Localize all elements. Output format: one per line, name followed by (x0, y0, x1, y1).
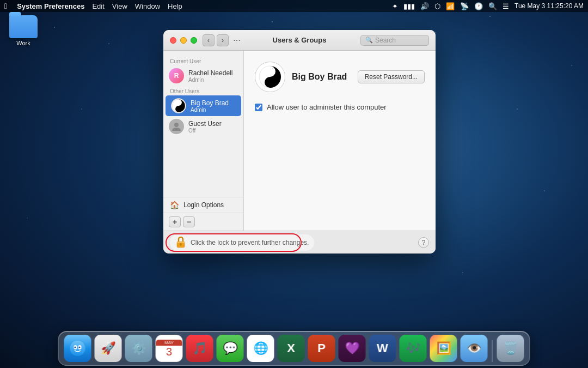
desktop-folder-work[interactable]: Work (4, 15, 42, 46)
other-users-label: Other Users (163, 86, 243, 95)
brad-role: Admin (191, 107, 236, 113)
window-body: Current User R Rachel Needell Admin Othe… (163, 51, 436, 231)
guest-name: Guest User (188, 120, 238, 128)
brad-info: Big Boy Brad Admin (191, 99, 236, 113)
rachel-info: Rachel Needell Admin (188, 69, 238, 83)
wifi-icon: 📶 (446, 2, 455, 10)
login-options-item[interactable]: 🏠 Login Options (163, 197, 243, 213)
folder-icon (9, 15, 38, 38)
dock-item-word[interactable]: W (369, 335, 396, 362)
volume-icon: 🔊 (420, 2, 429, 10)
dock-item-trash[interactable]: 🗑️ (497, 335, 524, 362)
rachel-role: Admin (188, 77, 238, 83)
desktop:  System Preferences Edit View Window He… (0, 0, 588, 368)
svg-point-14 (75, 347, 76, 348)
dock: 🚀 ⚙️ MAY 3 🎵 💬 🌐 X P 💜 W 🎶 🖼️ 👁️ 🗑️ (58, 331, 530, 366)
menubar-window[interactable]: Window (135, 2, 160, 10)
help-button[interactable]: ? (418, 237, 429, 248)
login-options-label: Login Options (183, 201, 224, 209)
dock-item-music[interactable]: 🎵 (186, 335, 213, 362)
dock-item-slack[interactable]: 💜 (339, 335, 366, 362)
dock-item-chrome[interactable]: 🌐 (247, 335, 274, 362)
search-input[interactable] (375, 37, 424, 44)
sidebar-user-brad[interactable]: Big Boy Brad Admin (166, 95, 241, 116)
dock-separator (492, 340, 493, 362)
administer-checkbox-label: Allow user to administer this computer (267, 103, 387, 111)
menubar-view[interactable]: View (112, 2, 127, 10)
dock-item-spotify[interactable]: 🎶 (400, 335, 427, 362)
maximize-button[interactable] (191, 37, 197, 44)
sidebar-user-guest[interactable]: Guest User Off (163, 116, 243, 137)
search-bar[interactable]: 🔍 (360, 35, 429, 46)
window-bottom: Click the lock to prevent further change… (163, 231, 436, 254)
svg-point-6 (268, 80, 272, 85)
back-button[interactable]: ‹ (203, 34, 215, 46)
lock-text: Click the lock to prevent further change… (191, 239, 309, 246)
dock-item-launchpad[interactable]: 🚀 (95, 335, 122, 362)
dock-item-preview[interactable]: 👁️ (461, 335, 488, 362)
titlebar-nav: ‹ › (203, 34, 229, 46)
menubar-help[interactable]: Help (168, 2, 182, 10)
dock-item-photos[interactable]: 🖼️ (430, 335, 457, 362)
traffic-lights (170, 37, 197, 44)
administer-checkbox[interactable] (255, 104, 262, 111)
lock-icon (175, 236, 186, 249)
remove-user-button[interactable]: − (183, 216, 195, 227)
lock-section[interactable]: Click the lock to prevent further change… (170, 234, 314, 251)
user-header: Big Boy Brad Reset Password... (255, 62, 425, 92)
notification-icon[interactable]: ☰ (503, 2, 509, 10)
dock-item-messages[interactable]: 💬 (217, 335, 244, 362)
rachel-name: Rachel Needell (188, 69, 238, 77)
menubar-right: ✦ ▮▮▮ 🔊 ⬡ 📶 📡 🕐 🔍 ☰ Tue May 3 11:25:20 A… (392, 2, 584, 10)
svg-point-2 (177, 108, 180, 111)
dock-item-finder[interactable] (64, 335, 91, 362)
apple-menu-icon[interactable]:  (4, 2, 7, 10)
guest-role: Off (188, 128, 238, 134)
dropbox-icon: ✦ (392, 2, 398, 10)
users-groups-window: ‹ › ⋯ Users & Groups 🔍 Current User R (163, 30, 436, 254)
svg-point-3 (174, 123, 179, 127)
forward-button[interactable]: › (217, 34, 229, 46)
folder-label: Work (16, 40, 30, 46)
current-user-label: Current User (163, 56, 243, 65)
brad-name: Big Boy Brad (191, 99, 236, 107)
administer-checkbox-row: Allow user to administer this computer (255, 103, 425, 111)
dock-item-powerpoint[interactable]: P (308, 335, 335, 362)
guest-avatar (169, 119, 184, 134)
menubar-time: Tue May 3 11:25:20 AM (514, 2, 584, 10)
menubar-edit[interactable]: Edit (92, 2, 104, 10)
grid-view-button[interactable]: ⋯ (233, 36, 241, 45)
minimize-button[interactable] (180, 37, 187, 44)
close-button[interactable] (170, 37, 176, 44)
add-user-button[interactable]: + (169, 216, 181, 227)
dock-item-excel[interactable]: X (278, 335, 305, 362)
brad-avatar (171, 98, 186, 113)
sidebar-current-user[interactable]: R Rachel Needell Admin (163, 65, 243, 86)
airdrop-icon: 📡 (460, 2, 469, 10)
menubar-app-name[interactable]: System Preferences (17, 2, 84, 10)
search-icon: 🔍 (365, 37, 373, 44)
menubar:  System Preferences Edit View Window He… (0, 0, 588, 12)
sidebar-actions: + − (163, 213, 243, 231)
bluetooth-icon: ⬡ (434, 2, 440, 10)
titlebar: ‹ › ⋯ Users & Groups 🔍 (163, 30, 436, 51)
login-options-icon: 🏠 (170, 201, 179, 209)
svg-point-11 (70, 341, 85, 356)
svg-point-15 (79, 347, 81, 348)
dock-item-calendar[interactable]: MAY 3 (156, 335, 183, 362)
main-content: Big Boy Brad Reset Password... Allow use… (244, 51, 436, 231)
guest-info: Guest User Off (188, 120, 238, 134)
search-icon[interactable]: 🔍 (488, 2, 497, 10)
user-header-avatar (255, 62, 285, 92)
sidebar: Current User R Rachel Needell Admin Othe… (163, 51, 244, 231)
dock-item-sysprefs[interactable]: ⚙️ (125, 335, 152, 362)
window-title: Users & Groups (273, 36, 327, 44)
clock-icon: 🕐 (474, 2, 483, 10)
reset-password-button[interactable]: Reset Password... (358, 70, 425, 83)
svg-point-1 (177, 101, 180, 104)
user-header-name: Big Boy Brad (292, 72, 351, 82)
svg-rect-9 (180, 244, 181, 246)
battery-icon: ▮▮▮ (403, 2, 415, 10)
menubar-left:  System Preferences Edit View Window He… (4, 2, 182, 10)
rachel-avatar: R (169, 68, 184, 83)
